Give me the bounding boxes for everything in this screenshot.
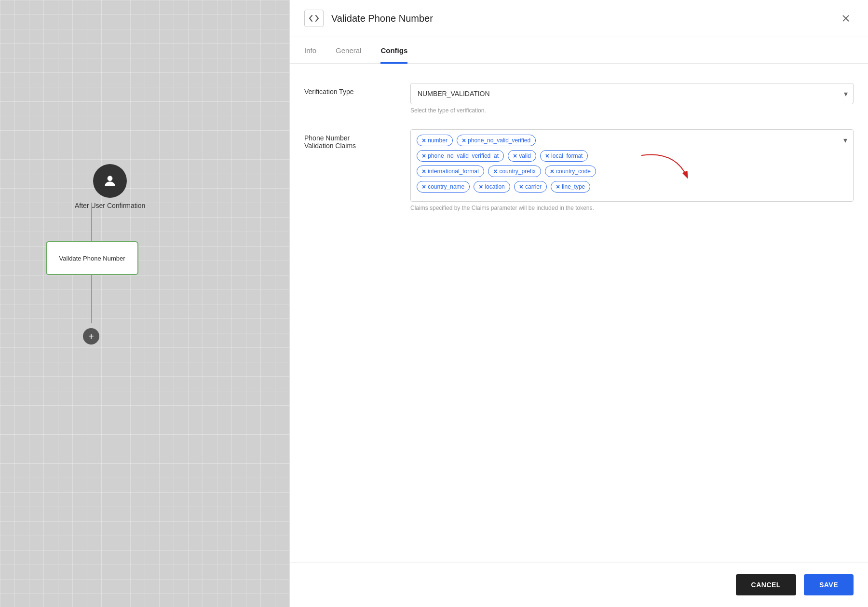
- tag-country-name[interactable]: × country_name: [417, 181, 470, 193]
- tag-remove-location[interactable]: ×: [479, 183, 483, 190]
- close-button[interactable]: [838, 11, 854, 26]
- phone-validation-control: ▾ × number × phone_no_valid_verified: [410, 129, 854, 211]
- verification-type-hint: Select the type of verification.: [410, 107, 854, 114]
- task-node[interactable]: Validate Phone Number: [46, 241, 138, 275]
- tab-info[interactable]: Info: [304, 38, 316, 64]
- tabs-container: Info General Configs: [290, 37, 868, 64]
- tag-international-format[interactable]: × international_format: [417, 166, 484, 177]
- tags-row-3: × international_format × country_prefix …: [417, 166, 847, 177]
- tag-phone-no-valid-verified[interactable]: × phone_no_valid_verified: [457, 135, 536, 146]
- verification-type-control: NUMBER_VALIDATION OTP_VALIDATION ▾ Selec…: [410, 83, 854, 114]
- phone-validation-row: Phone NumberValidation Claims ▾ × number…: [304, 129, 854, 211]
- phone-validation-label: Phone NumberValidation Claims: [304, 129, 401, 150]
- verification-type-row: Verification Type NUMBER_VALIDATION OTP_…: [304, 83, 854, 114]
- add-node-button[interactable]: +: [83, 328, 99, 345]
- tag-remove-international-format[interactable]: ×: [422, 168, 426, 175]
- tag-remove-phone-no-valid-verified[interactable]: ×: [462, 137, 466, 144]
- tag-remove-country-prefix[interactable]: ×: [493, 168, 497, 175]
- tag-line-type[interactable]: × line_type: [551, 181, 590, 193]
- tag-remove-local-format[interactable]: ×: [545, 152, 549, 159]
- tag-remove-line-type[interactable]: ×: [556, 183, 560, 190]
- code-icon-button[interactable]: [304, 10, 324, 27]
- modal-footer: CANCEL SAVE: [290, 562, 868, 607]
- tag-remove-phone-no-valid-verified-at[interactable]: ×: [422, 152, 426, 159]
- tag-remove-country-name[interactable]: ×: [422, 183, 426, 190]
- modal-panel: Validate Phone Number Info General Confi…: [289, 0, 868, 607]
- tab-configs[interactable]: Configs: [380, 38, 407, 64]
- tag-country-code[interactable]: × country_code: [545, 166, 596, 177]
- modal-header: Validate Phone Number: [290, 0, 868, 37]
- user-node-label: After User Confirmation: [75, 202, 145, 209]
- tag-remove-number[interactable]: ×: [422, 137, 426, 144]
- connector-line-2: [91, 275, 92, 323]
- tag-country-prefix[interactable]: × country_prefix: [488, 166, 541, 177]
- modal-body: Verification Type NUMBER_VALIDATION OTP_…: [290, 64, 868, 562]
- canvas-panel: After User Confirmation Validate Phone N…: [0, 0, 289, 607]
- tag-location[interactable]: × location: [474, 181, 510, 193]
- svg-point-0: [108, 176, 113, 181]
- tag-phone-no-valid-verified-at[interactable]: × phone_no_valid_verified_at: [417, 150, 504, 162]
- tags-row-4: × country_name × location × carrier ×: [417, 181, 847, 193]
- tag-remove-carrier[interactable]: ×: [519, 183, 523, 190]
- tab-general[interactable]: General: [336, 38, 361, 64]
- save-button[interactable]: SAVE: [804, 574, 854, 595]
- tag-local-format[interactable]: × local_format: [540, 150, 588, 162]
- tags-dropdown-arrow-icon: ▾: [843, 136, 847, 145]
- modal-title: Validate Phone Number: [331, 13, 830, 24]
- tag-number[interactable]: × number: [417, 135, 453, 146]
- tag-remove-country-code[interactable]: ×: [550, 168, 554, 175]
- phone-validation-hint: Claims specified by the Claims parameter…: [410, 205, 854, 211]
- tag-valid[interactable]: × valid: [508, 150, 536, 162]
- tag-remove-valid[interactable]: ×: [513, 152, 517, 159]
- verification-type-select-wrapper: NUMBER_VALIDATION OTP_VALIDATION ▾: [410, 83, 854, 104]
- tags-row-2: × phone_no_valid_verified_at × valid × l…: [417, 150, 847, 162]
- connector-line-1: [91, 203, 92, 241]
- verification-type-select[interactable]: NUMBER_VALIDATION OTP_VALIDATION: [410, 83, 854, 104]
- tags-container[interactable]: ▾ × number × phone_no_valid_verified: [410, 129, 854, 202]
- tags-row-1: × number × phone_no_valid_verified: [417, 135, 847, 146]
- tag-carrier[interactable]: × carrier: [514, 181, 547, 193]
- verification-type-label: Verification Type: [304, 83, 401, 96]
- cancel-button[interactable]: CANCEL: [736, 574, 796, 595]
- user-node: After User Confirmation: [75, 164, 145, 209]
- user-avatar: [93, 164, 127, 198]
